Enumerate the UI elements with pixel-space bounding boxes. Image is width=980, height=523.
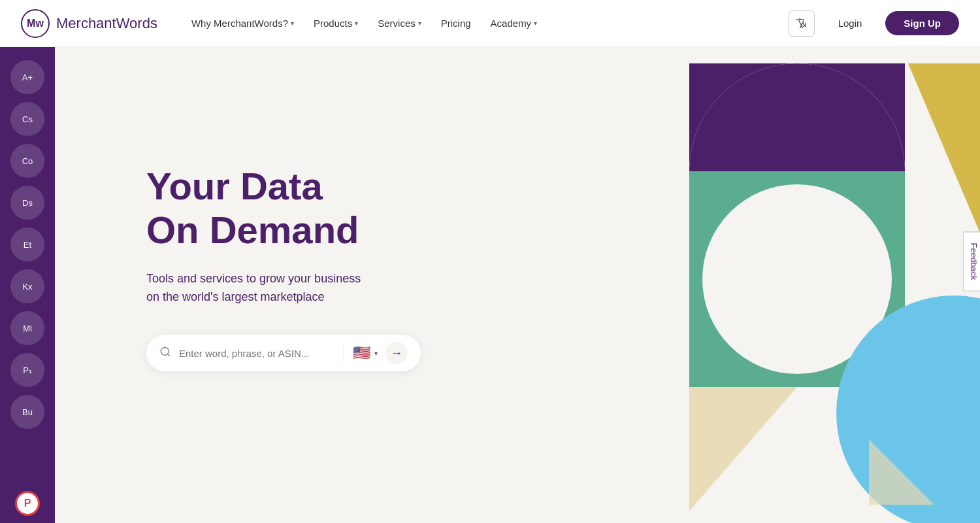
nav-item-academy[interactable]: Academy ▾ [483, 12, 546, 34]
sidebar-item-et[interactable]: Et [10, 228, 44, 262]
navbar-right: Login Sign Up [789, 10, 959, 37]
sidebar-item-ds[interactable]: Ds [10, 186, 44, 220]
search-icon [159, 346, 171, 361]
navbar: Mw MerchantWords Why MerchantWords? ▾ Pr… [0, 0, 980, 47]
svg-point-0 [161, 347, 169, 355]
sidebar: A+ Cs Co Ds Et Kx Ml P₁ Bu [0, 47, 55, 523]
nav-item-products[interactable]: Products ▾ [306, 12, 366, 34]
widget-icon: P [15, 491, 40, 516]
nav-item-why[interactable]: Why MerchantWords? ▾ [184, 12, 302, 34]
nav-menu: Why MerchantWords? ▾ Products ▾ Services… [184, 12, 789, 34]
sidebar-item-ml[interactable]: Ml [10, 311, 44, 345]
hero-section: Your Data On Demand Tools and services t… [146, 165, 361, 307]
chevron-down-icon: ▾ [374, 350, 378, 357]
chevron-down-icon: ▾ [418, 20, 421, 27]
svg-marker-8 [689, 387, 797, 511]
logo-bold: Merchant [56, 15, 116, 31]
svg-point-5 [702, 184, 892, 374]
search-bar: 🇺🇸 ▾ → [146, 335, 421, 371]
svg-rect-3 [689, 171, 905, 279]
hero-title: Your Data On Demand [146, 165, 361, 252]
svg-rect-2 [689, 63, 905, 171]
sidebar-item-cs[interactable]: Cs [10, 102, 44, 136]
chevron-down-icon: ▾ [291, 20, 294, 27]
logo[interactable]: Mw MerchantWords [21, 9, 157, 38]
feedback-tab[interactable]: Feedback [963, 231, 980, 291]
svg-point-7 [836, 295, 980, 523]
flag-icon: 🇺🇸 [353, 345, 370, 362]
main-content: Your Data On Demand Tools and services t… [55, 47, 980, 523]
logo-icon: Mw [21, 9, 50, 38]
search-submit-button[interactable]: → [385, 342, 408, 364]
logo-light: Words [116, 15, 157, 31]
svg-point-1 [689, 63, 905, 279]
chevron-down-icon: ▾ [355, 20, 358, 27]
sidebar-item-kx[interactable]: Kx [10, 269, 44, 303]
chevron-down-icon: ▾ [534, 20, 537, 27]
bottom-left-widget[interactable]: P [0, 484, 55, 523]
hero-subtitle: Tools and services to grow your business… [146, 270, 361, 307]
translate-button[interactable] [789, 10, 815, 37]
svg-marker-9 [869, 439, 934, 505]
svg-rect-4 [689, 171, 905, 387]
nav-item-services[interactable]: Services ▾ [370, 12, 429, 34]
signup-button[interactable]: Sign Up [885, 11, 959, 35]
login-button[interactable]: Login [828, 12, 873, 34]
sidebar-item-p1[interactable]: P₁ [10, 353, 44, 387]
search-input[interactable] [179, 348, 335, 359]
sidebar-item-co[interactable]: Co [10, 144, 44, 178]
hero-illustration [490, 47, 980, 523]
nav-item-pricing[interactable]: Pricing [433, 12, 479, 34]
sidebar-item-aplus[interactable]: A+ [10, 60, 44, 94]
logo-text: MerchantWords [56, 15, 157, 32]
sidebar-item-bu[interactable]: Bu [10, 395, 44, 429]
flag-selector[interactable]: 🇺🇸 ▾ [343, 345, 378, 362]
